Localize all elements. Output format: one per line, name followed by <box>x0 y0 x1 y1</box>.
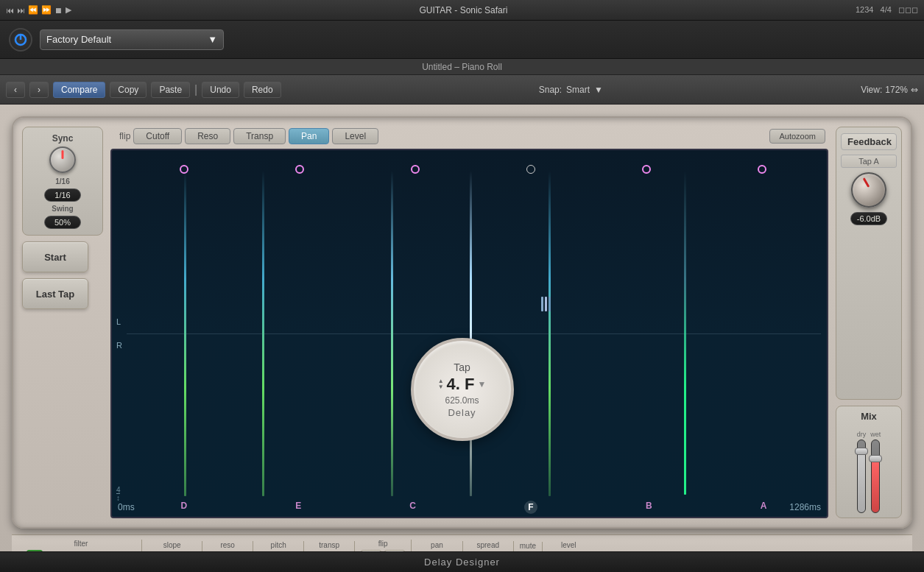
swing-label: Swing <box>52 205 73 213</box>
tab-bar: flip Cutoff Reso Transp Pan Level Autozo… <box>110 127 828 146</box>
spread-label: spread <box>476 541 499 549</box>
redo-button[interactable]: Redo <box>244 82 281 98</box>
mute-label: mute <box>520 542 536 550</box>
forward-button[interactable]: › <box>29 82 49 98</box>
tab-level[interactable]: Level <box>332 128 378 144</box>
tap-d-label[interactable]: D <box>181 501 188 514</box>
waveform-inner: L R <box>112 150 827 517</box>
snap-area: Snap: Smart ▼ <box>539 85 603 95</box>
tap-note-value: 4. F <box>447 375 475 394</box>
paste-button[interactable]: Paste <box>151 82 190 98</box>
status-text: Delay Designer <box>424 557 500 568</box>
tap-selector-value: ▲ ▼ 4. F ▼ <box>438 375 487 394</box>
flip-label: flip <box>378 540 388 548</box>
dry-slider-track[interactable] <box>857 439 866 513</box>
reso-label: reso <box>220 541 234 549</box>
window-title-bar: ⏮⏭⏪⏩ ⏹▶ GUITAR - Sonic Safari 1234 4/4 ◻… <box>0 0 924 21</box>
window-title: GUITAR - Sonic Safari <box>77 5 850 15</box>
l-label: L <box>116 317 122 326</box>
feedback-value: -6.0dB <box>850 212 887 225</box>
pan-label: pan <box>431 541 443 549</box>
wet-slider-track[interactable] <box>871 439 880 513</box>
dry-slider-thumb[interactable] <box>855 448 868 455</box>
sync-knob[interactable] <box>49 146 76 173</box>
tab-pan[interactable]: Pan <box>289 128 329 144</box>
plugin-frame: Sync 1/16 1/16 Swing 50% Start Last Tap … <box>12 116 912 529</box>
mix-label: Mix <box>861 411 877 422</box>
tap-b-label[interactable]: B <box>646 501 652 514</box>
back-button[interactable]: ‹ <box>6 82 25 98</box>
plugin-header: Factory Default ▼ <box>0 21 924 59</box>
plugin-body: Sync 1/16 1/16 Swing 50% Start Last Tap … <box>0 105 924 572</box>
waveform-display: L R <box>110 149 828 518</box>
start-button[interactable]: Start <box>22 241 88 272</box>
flip-tab[interactable]: flip <box>119 131 130 141</box>
preset-dropdown[interactable]: Factory Default ▼ <box>40 29 224 50</box>
transp-label: transp <box>319 541 339 549</box>
tab-cutoff[interactable]: Cutoff <box>133 128 182 144</box>
feedback-label: Feedback <box>841 133 897 150</box>
grid-value: 1/16 <box>44 188 81 202</box>
r-label: R <box>116 341 122 350</box>
pitch-label: pitch <box>271 541 286 549</box>
right-controls: Feedback Tap A -6.0dB Mix dry <box>836 127 902 518</box>
tap-c-label[interactable]: C <box>409 501 416 514</box>
tap-delay-label: Delay <box>448 407 476 418</box>
bottom-status-bar: Delay Designer <box>0 551 924 572</box>
sync-label: Sync <box>52 133 74 144</box>
tap-dropdown-arrow[interactable]: ▼ <box>477 379 486 389</box>
undo-button[interactable]: Undo <box>202 82 239 98</box>
corner-fraction: 4↕ <box>116 486 121 502</box>
daw-toolbar: ‹ › Compare Copy Paste | Undo Redo Snap:… <box>0 75 924 105</box>
mix-sliders: dry wet <box>857 425 881 513</box>
tab-reso[interactable]: Reso <box>185 128 230 144</box>
filter-label: filter <box>74 540 88 548</box>
note-up-down-arrows[interactable]: ▲ ▼ <box>438 378 444 390</box>
tap-e-label[interactable]: E <box>295 501 301 514</box>
tap-a-label[interactable]: A <box>761 501 767 514</box>
power-button[interactable] <box>9 28 32 52</box>
tap-line-d[interactable] <box>184 171 186 496</box>
lr-labels: L R <box>116 317 122 350</box>
level-label: level <box>561 541 576 549</box>
grid-label: 1/16 <box>55 177 69 186</box>
feedback-knob[interactable] <box>851 172 886 208</box>
left-controls: Sync 1/16 1/16 Swing 50% Start Last Tap <box>22 127 103 518</box>
dry-slider-col: dry <box>857 431 867 513</box>
wet-slider-thumb[interactable] <box>869 455 882 462</box>
view-area: View: 172% ⇔ <box>861 85 918 95</box>
autozoom-button[interactable]: Autozoom <box>769 129 825 144</box>
dropdown-arrow-icon: ▼ <box>208 34 217 45</box>
last-tap-button[interactable]: Last Tap <box>22 278 88 309</box>
dry-slider-fill <box>858 451 865 512</box>
dry-label: dry <box>857 431 867 438</box>
tap-selector[interactable]: Tap ▲ ▼ 4. F ▼ 625.0ms Delay <box>411 338 514 441</box>
wet-label: wet <box>870 431 881 438</box>
copy-button[interactable]: Copy <box>110 82 147 98</box>
tab-transp[interactable]: Transp <box>233 128 286 144</box>
tap-a-label: Tap A <box>841 155 897 168</box>
swing-value: 50% <box>44 216 81 229</box>
wet-slider-fill <box>872 459 879 513</box>
tap-line-f[interactable] <box>470 171 472 496</box>
tap-f-label[interactable]: F <box>524 501 537 514</box>
compare-button[interactable]: Compare <box>53 82 105 98</box>
sync-knob-container[interactable] <box>49 146 76 173</box>
sync-section: Sync 1/16 1/16 Swing 50% <box>22 127 103 236</box>
tap-ms-value: 625.0ms <box>445 395 479 406</box>
slope-label: slope <box>163 541 181 549</box>
tap-line-a[interactable] <box>684 171 686 495</box>
tap-selector-title: Tap <box>454 361 470 373</box>
wet-slider-col: wet <box>870 431 881 513</box>
feedback-section: Feedback Tap A -6.0dB <box>836 127 902 400</box>
window-controls[interactable]: ⏮⏭⏪⏩ ⏹▶ <box>6 5 71 15</box>
mix-section: Mix dry wet <box>836 406 902 518</box>
tap-line-b[interactable] <box>549 171 551 496</box>
center-display: flip Cutoff Reso Transp Pan Level Autozo… <box>110 127 828 518</box>
tap-line-c[interactable] <box>391 171 393 496</box>
piano-roll-title: Untitled – Piano Roll <box>422 62 502 72</box>
